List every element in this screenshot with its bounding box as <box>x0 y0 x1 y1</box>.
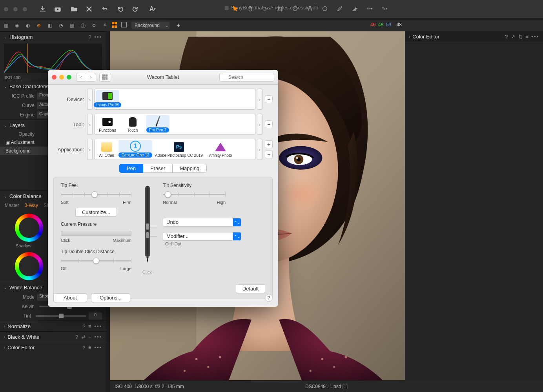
tool-touch[interactable]: Touch <box>121 115 144 133</box>
capture-tab-icon[interactable]: ◉ <box>15 23 21 29</box>
hand-icon[interactable] <box>246 5 254 13</box>
text-style-icon[interactable]: A▾ <box>149 5 157 13</box>
batch-tab-icon[interactable]: ⚘ <box>103 23 109 29</box>
nav-back-button[interactable]: ‹ <box>76 73 86 82</box>
camera-icon[interactable] <box>54 5 62 13</box>
tool-functions[interactable]: Functions <box>96 115 119 133</box>
max-dot[interactable] <box>23 7 27 11</box>
rotate-icon[interactable] <box>291 5 299 13</box>
right-tools-panel: › Color Editor ? ↗ ⇅ ≡ ••• <box>405 31 543 392</box>
loupe-icon[interactable]: ◻▾ <box>261 5 269 13</box>
crop-icon[interactable] <box>276 5 284 13</box>
app-capture-one[interactable]: 1Capture One 12 <box>118 140 152 158</box>
output-tab-icon[interactable]: ⚙ <box>92 23 98 29</box>
tab-mapping[interactable]: Mapping <box>173 164 207 173</box>
app-all-other[interactable]: All Other <box>96 140 118 158</box>
redo-icon[interactable] <box>131 5 139 13</box>
cb-tab-3way[interactable]: 3-Way <box>25 203 38 208</box>
app-scroll-left[interactable]: ‹ <box>87 139 93 160</box>
tab-pen[interactable]: Pen <box>119 164 143 173</box>
heal-icon[interactable]: ✎▾ <box>381 5 388 13</box>
wacom-min-dot[interactable] <box>59 75 64 80</box>
touch-icon <box>129 117 137 127</box>
details-tab-icon[interactable]: ◔ <box>59 23 65 29</box>
tool-scroll-left[interactable]: ‹ <box>87 114 93 135</box>
tool-pen[interactable]: Pro Pen 2 <box>146 115 169 133</box>
exposure-tab-icon[interactable]: ◧ <box>48 23 54 29</box>
tab-eraser[interactable]: Eraser <box>143 164 173 173</box>
options-button[interactable]: Options... <box>91 293 130 302</box>
viewer-view-icon[interactable] <box>121 22 127 27</box>
wacom-close-dot[interactable] <box>52 75 56 80</box>
close-dot[interactable] <box>4 7 8 11</box>
lens-tab-icon[interactable]: ◐ <box>26 23 32 29</box>
meta-tab-icon[interactable]: ⓘ <box>81 23 87 29</box>
add-layer-icon[interactable]: + <box>177 22 180 29</box>
tablet-icon <box>102 92 113 100</box>
svg-rect-30 <box>102 74 104 76</box>
chevron-down-icon: ⌄ <box>4 35 7 39</box>
cb-tab-master[interactable]: Master <box>5 203 19 208</box>
undo2-icon[interactable] <box>117 5 124 13</box>
tool-scroll-right[interactable]: › <box>257 114 262 135</box>
wb-tint-value[interactable]: 0 <box>89 312 102 319</box>
normalize-header[interactable]: ›Normalize? ≡ ••• <box>0 321 106 331</box>
about-button[interactable]: About <box>53 293 87 302</box>
adjust-tab-icon[interactable]: ▦ <box>70 23 76 29</box>
device-remove-button[interactable]: − <box>265 95 273 103</box>
svg-rect-32 <box>106 74 108 76</box>
bw-header[interactable]: ›Black & White? ⇄ ≡ ••• <box>0 332 106 342</box>
right-color-editor-header[interactable]: › Color Editor ? ↗ ⇅ ≡ ••• <box>405 31 543 42</box>
app-photoshop[interactable]: PsAdobe Photoshop CC 2019 <box>153 140 205 158</box>
spot-icon[interactable] <box>321 5 329 13</box>
brush-icon[interactable] <box>336 5 344 13</box>
right-panel-actions[interactable]: ? ↗ ⇅ ≡ ••• <box>505 34 539 40</box>
device-intuos[interactable]: Intuos Pro M <box>96 90 119 108</box>
tool-remove-button[interactable]: − <box>265 120 273 128</box>
color-tab-icon[interactable]: ⊛ <box>37 23 43 29</box>
undo-icon[interactable] <box>101 5 109 13</box>
nav-fwd-button[interactable]: › <box>86 73 96 82</box>
show-all-button[interactable] <box>99 73 111 82</box>
color-wheel-2[interactable] <box>15 252 43 280</box>
app-scroll-right[interactable]: › <box>257 139 262 160</box>
min-dot[interactable] <box>13 7 18 11</box>
svg-point-27 <box>333 366 335 368</box>
app-affinity[interactable]: Affinity Photo <box>206 140 235 158</box>
active-layer-select[interactable]: Background <box>131 22 169 29</box>
dbl-click-slider[interactable] <box>61 257 131 265</box>
color-wheel-1[interactable] <box>15 214 43 242</box>
device-scroll-left[interactable]: ‹ <box>87 89 93 110</box>
svg-rect-31 <box>104 74 106 76</box>
wacom-search-input[interactable] <box>219 73 274 82</box>
pen-graphic <box>141 186 153 268</box>
window-traffic-lights[interactable] <box>4 7 29 11</box>
device-scroll-right[interactable]: › <box>257 89 262 110</box>
folder-icon[interactable] <box>70 5 78 13</box>
pen-lower-button-select[interactable]: Modifier...⌃⌄ <box>163 232 241 241</box>
help-button[interactable]: ? <box>265 294 273 302</box>
normalize-title: Normalize <box>7 323 31 329</box>
x-icon[interactable] <box>85 5 93 13</box>
customize-button[interactable]: Customize... <box>75 208 117 217</box>
app-add-button[interactable]: + <box>265 140 273 148</box>
svg-point-26 <box>321 358 323 360</box>
keystone-icon[interactable] <box>306 5 314 13</box>
gradient-icon[interactable]: ◢▾ <box>351 5 359 13</box>
wacom-titlebar[interactable]: ‹ › Wacom Tablet <box>48 70 278 85</box>
histogram-header[interactable]: ⌄ Histogram ? ••• <box>0 32 106 42</box>
app-remove-button[interactable]: − <box>265 151 273 158</box>
tool-actions-icon[interactable]: ? ••• <box>89 34 102 40</box>
tilt-slider[interactable] <box>163 191 226 198</box>
pen-upper-button-select[interactable]: Undo⌃⌄ <box>163 218 241 227</box>
cursor-icon[interactable] <box>231 5 239 13</box>
color-editor-header[interactable]: ›Color Editor? ≡ ••• <box>0 342 106 352</box>
library-tab-icon[interactable]: ▥ <box>4 23 10 29</box>
wacom-max-dot[interactable] <box>67 75 71 80</box>
import-icon[interactable] <box>39 5 47 13</box>
browser-view-icon[interactable] <box>112 22 118 28</box>
eraser-icon[interactable]: ✏▾ <box>366 5 374 13</box>
wb-tint-slider[interactable] <box>33 312 89 319</box>
tip-feel-slider[interactable] <box>61 191 131 198</box>
default-button[interactable]: Default <box>236 284 265 293</box>
